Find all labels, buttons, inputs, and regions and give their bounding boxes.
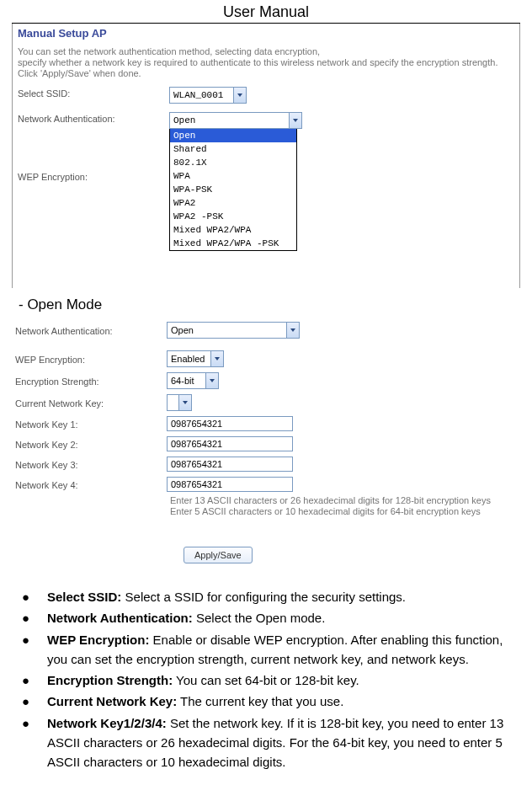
network-key-4-label: Network Key 4: <box>15 478 167 490</box>
network-auth-options[interactable]: Open Shared 802.1X WPA WPA-PSK WPA2 WPA2… <box>169 128 297 251</box>
chevron-down-icon <box>286 323 299 338</box>
intro-text: You can set the network authentication m… <box>18 46 514 56</box>
bullet-text: WEP Encryption: Enable or disable WEP en… <box>47 630 512 670</box>
chevron-down-icon <box>178 395 191 410</box>
network-auth-label-2: Network Authentication: <box>15 324 167 336</box>
auth-option-wpa[interactable]: WPA <box>170 169 296 183</box>
chevron-down-icon <box>289 113 301 128</box>
intro-text: Click 'Apply/Save' when done. <box>18 68 514 78</box>
network-key-1-label: Network Key 1: <box>15 418 167 430</box>
select-ssid-dropdown[interactable]: WLAN_0001 <box>169 87 247 104</box>
encryption-strength-value: 64-bit <box>171 376 194 386</box>
open-mode-heading: - Open Mode <box>19 296 532 313</box>
encryption-strength-label: Encryption Strength: <box>15 375 167 387</box>
network-key-2-input[interactable]: 0987654321 <box>167 436 293 451</box>
select-ssid-value: WLAN_0001 <box>173 90 223 100</box>
chevron-down-icon <box>233 88 246 103</box>
network-auth-label: Network Authentication: <box>18 112 169 124</box>
wep-encryption-value: Enabled <box>171 354 205 364</box>
bullet-item: ●Current Network Key: The current key th… <box>20 692 512 711</box>
bullet-text: Network Key1/2/3/4: Set the network key.… <box>47 713 512 772</box>
bullet-item: ●Encryption Strength: You can set 64-bit… <box>20 670 512 690</box>
bullet-item: ●Network Authentication: Select the Open… <box>20 608 512 627</box>
network-auth-value-2: Open <box>171 325 194 335</box>
bullet-dot-icon: ● <box>20 670 47 690</box>
chevron-down-icon <box>210 351 223 366</box>
current-network-key-dropdown[interactable] <box>167 394 192 411</box>
bullet-dot-icon: ● <box>20 608 47 627</box>
network-auth-value: Open <box>173 115 195 125</box>
bullet-dot-icon: ● <box>20 713 47 772</box>
bullet-item: ●WEP Encryption: Enable or disable WEP e… <box>20 630 512 670</box>
auth-option-wpa2-psk[interactable]: WPA2 -PSK <box>170 210 296 223</box>
network-key-1-input[interactable]: 0987654321 <box>167 416 293 431</box>
network-key-4-input[interactable]: 0987654321 <box>167 477 293 492</box>
network-auth-dropdown-2[interactable]: Open <box>167 322 300 339</box>
bullet-dot-icon: ● <box>20 692 47 711</box>
auth-option-wpa-psk[interactable]: WPA-PSK <box>170 183 296 196</box>
screenshot-setup-ap: Manual Setup AP You can set the network … <box>12 24 520 288</box>
current-network-key-label: Current Network Key: <box>15 397 167 409</box>
encryption-hint-128: Enter 13 ASCII characters or 26 hexadeci… <box>170 495 517 505</box>
bullet-text: Encryption Strength: You can set 64-bit … <box>47 670 512 690</box>
bullet-text: Network Authentication: Select the Open … <box>47 608 512 627</box>
bullet-item: ●Network Key1/2/3/4: Set the network key… <box>20 713 512 772</box>
auth-option-wpa2[interactable]: WPA2 <box>170 196 296 210</box>
wep-encryption-label: WEP Encryption: <box>18 152 169 182</box>
chevron-down-icon <box>205 373 218 388</box>
intro-text: specify whether a network key is require… <box>18 57 514 67</box>
bullet-text: Select SSID: Select a SSID for configuri… <box>47 587 512 606</box>
network-auth-dropdown[interactable]: Open <box>169 112 302 129</box>
encryption-strength-dropdown[interactable]: 64-bit <box>167 372 219 389</box>
bullet-text: Current Network Key: The current key tha… <box>47 692 512 711</box>
auth-option-mixed[interactable]: Mixed WPA2/WPA <box>170 223 296 237</box>
page-header: User Manual <box>12 0 520 24</box>
bullet-dot-icon: ● <box>20 587 47 606</box>
screenshot-open-mode: Network Authentication: Open WEP Encrypt… <box>12 315 520 572</box>
bullet-item: ●Select SSID: Select a SSID for configur… <box>20 587 512 606</box>
wep-encryption-label-2: WEP Encryption: <box>15 353 167 365</box>
network-key-2-label: Network Key 2: <box>15 438 167 450</box>
description-bullets: ●Select SSID: Select a SSID for configur… <box>20 587 512 772</box>
network-key-3-input[interactable]: 0987654321 <box>167 457 293 472</box>
auth-option-mixed-psk[interactable]: Mixed WPA2/WPA -PSK <box>170 237 296 250</box>
wep-encryption-dropdown[interactable]: Enabled <box>167 350 224 367</box>
auth-option-open[interactable]: Open <box>170 129 296 142</box>
panel-title: Manual Setup AP <box>18 27 514 40</box>
network-key-3-label: Network Key 3: <box>15 458 167 470</box>
auth-option-8021x[interactable]: 802.1X <box>170 156 296 169</box>
apply-save-button[interactable]: Apply/Save <box>184 547 253 563</box>
encryption-hint-64: Enter 5 ASCII characters or 10 hexadecim… <box>170 506 517 516</box>
bullet-dot-icon: ● <box>20 630 47 670</box>
select-ssid-label: Select SSID: <box>18 87 169 99</box>
auth-option-shared[interactable]: Shared <box>170 142 296 156</box>
